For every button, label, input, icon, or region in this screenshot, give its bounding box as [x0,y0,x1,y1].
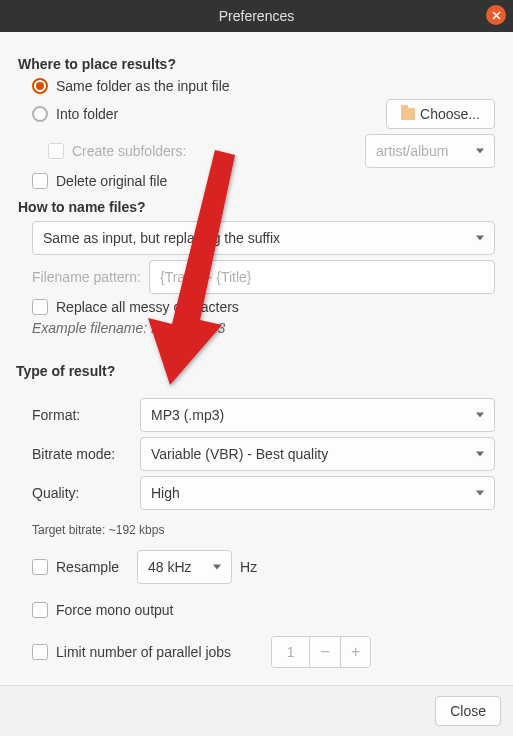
radio-same-folder[interactable] [32,78,48,94]
quality-row: Quality: High [18,476,495,510]
section-naming-heading: How to name files? [18,199,495,215]
radio-into-folder-label: Into folder [56,106,118,122]
chevron-down-icon [476,236,484,241]
format-label: Format: [32,407,140,423]
content: Where to place results? Same folder as t… [0,32,513,683]
naming-mode-select[interactable]: Same as input, but replacing the suffix [32,221,495,255]
resample-unit: Hz [240,559,257,575]
bitrate-label: Bitrate mode: [32,446,140,462]
create-subfolders-row: Create subfolders: artist/album [18,134,495,168]
force-mono-row[interactable]: Force mono output [18,602,495,618]
force-mono-label: Force mono output [56,602,174,618]
radio-into-folder-row[interactable]: Into folder Choose... [18,99,495,129]
format-select[interactable]: MP3 (.mp3) [140,398,495,432]
resample-label: Resample [56,559,119,575]
jobs-stepper: 1 − + [271,636,371,668]
jobs-value[interactable]: 1 [272,637,310,667]
titlebar: Preferences [0,0,513,32]
chevron-down-icon [213,565,221,570]
bitrate-row: Bitrate mode: Variable (VBR) - Best qual… [18,437,495,471]
radio-same-folder-label: Same folder as the input file [56,78,230,94]
naming-mode-value: Same as input, but replacing the suffix [43,230,280,246]
target-bitrate-text: Target bitrate: ~192 kbps [18,523,495,537]
quality-select[interactable]: High [140,476,495,510]
example-label: Example filename: [32,320,147,336]
quality-value: High [151,485,180,501]
bitrate-value: Variable (VBR) - Best quality [151,446,328,462]
subfolder-pattern-value: artist/album [376,143,448,159]
delete-original-label: Delete original file [56,173,167,189]
jobs-minus-button[interactable]: − [310,637,340,667]
radio-into-folder[interactable] [32,106,48,122]
limit-jobs-label: Limit number of parallel jobs [56,644,231,660]
folder-icon [401,108,415,120]
format-row: Format: MP3 (.mp3) [18,398,495,432]
close-icon[interactable] [486,5,506,25]
chevron-down-icon [476,491,484,496]
checkbox-force-mono[interactable] [32,602,48,618]
bitrate-select[interactable]: Variable (VBR) - Best quality [140,437,495,471]
replace-messy-row[interactable]: Replace all messy characters [18,299,495,315]
checkbox-delete-original[interactable] [32,173,48,189]
filename-pattern-input[interactable]: {Track} - {Title} [149,260,495,294]
chevron-down-icon [476,149,484,154]
section-where-heading: Where to place results? [18,56,495,72]
quality-label: Quality: [32,485,140,501]
window-title: Preferences [219,8,294,24]
resample-select[interactable]: 48 kHz [137,550,232,584]
checkbox-resample[interactable] [32,559,48,575]
delete-original-row[interactable]: Delete original file [18,173,495,189]
limit-jobs-row: Limit number of parallel jobs 1 − + [18,636,495,668]
chevron-down-icon [476,452,484,457]
format-value: MP3 (.mp3) [151,407,224,423]
filename-pattern-row: Filename pattern: {Track} - {Title} [18,260,495,294]
subfolder-pattern-select[interactable]: artist/album [365,134,495,168]
resample-value: 48 kHz [148,559,192,575]
section-result-heading: Type of result? [16,363,495,379]
close-label: Close [450,703,486,719]
checkbox-limit-jobs[interactable] [32,644,48,660]
pattern-value: {Track} - {Title} [160,269,252,285]
choose-label: Choose... [420,106,480,122]
create-subfolders-label: Create subfolders: [72,143,186,159]
example-value: foo/bar.mp3 [151,320,225,336]
dialog-footer: Close [0,685,513,736]
jobs-plus-button[interactable]: + [340,637,370,667]
choose-folder-button[interactable]: Choose... [386,99,495,129]
resample-row: Resample 48 kHz Hz [18,550,495,584]
example-filename-row: Example filename: foo/bar.mp3 [18,320,495,336]
naming-mode-row: Same as input, but replacing the suffix [18,221,495,255]
chevron-down-icon [476,413,484,418]
radio-same-folder-row[interactable]: Same folder as the input file [18,78,495,94]
replace-messy-label: Replace all messy characters [56,299,239,315]
checkbox-create-subfolders[interactable] [48,143,64,159]
pattern-label: Filename pattern: [32,269,141,285]
checkbox-replace-messy[interactable] [32,299,48,315]
close-button[interactable]: Close [435,696,501,726]
